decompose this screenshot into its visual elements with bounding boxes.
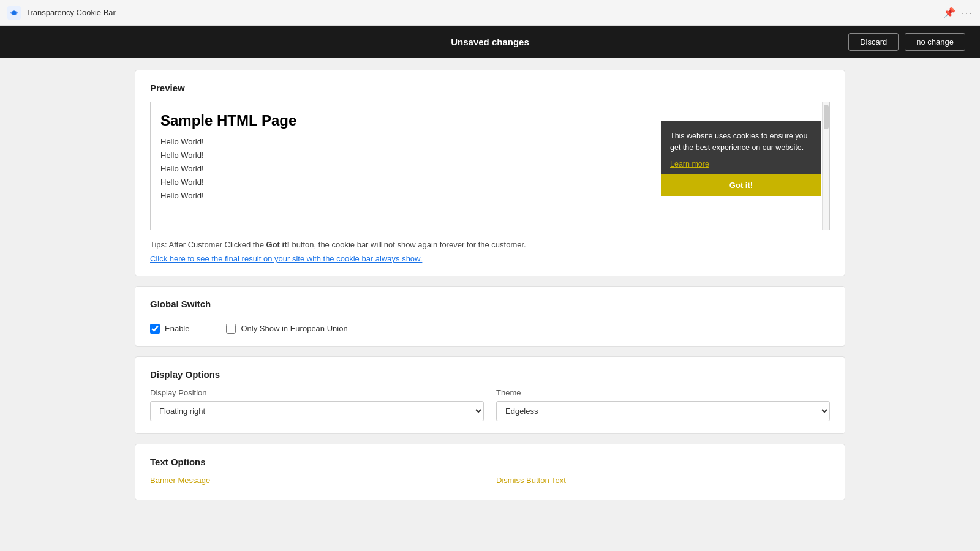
nochange-button[interactable]: no change	[905, 33, 965, 51]
tips-bold: Got it!	[266, 240, 290, 249]
dismiss-button-label: Dismiss Button Text	[496, 476, 830, 485]
got-it-button[interactable]: Got it!	[662, 174, 821, 196]
unsaved-bar: Unsaved changes Discard no change	[0, 26, 980, 58]
enable-checkbox-row: Enable	[150, 324, 189, 334]
position-select[interactable]: Floating right Floating left Top bar Bot…	[150, 401, 484, 421]
tips-link[interactable]: Click here to see the final result on yo…	[150, 254, 830, 263]
more-icon[interactable]: ···	[962, 8, 973, 18]
cookie-banner-text: This website uses cookies to ensure you …	[670, 130, 812, 154]
svg-point-1	[12, 10, 17, 15]
position-col: Display Position Floating right Floating…	[150, 388, 484, 421]
banner-message-col: Banner Message	[150, 476, 484, 487]
main-content: Preview Sample HTML Page Hello World! He…	[0, 58, 980, 522]
eu-checkbox[interactable]	[226, 324, 236, 334]
cookie-banner: This website uses cookies to ensure you …	[662, 121, 821, 196]
text-options-card: Text Options Banner Message Dismiss Butt…	[135, 444, 845, 500]
learn-more-link[interactable]: Learn more	[670, 160, 709, 168]
tips-after: button, the cookie bar will not show aga…	[290, 240, 526, 249]
pin-icon[interactable]: 📌	[943, 7, 956, 18]
eu-checkbox-row: Only Show in European Union	[226, 324, 347, 334]
position-label: Display Position	[150, 388, 484, 397]
display-options-card: Display Options Display Position Floatin…	[135, 356, 845, 434]
title-bar-right: 📌 ···	[943, 7, 973, 18]
theme-label: Theme	[496, 388, 830, 397]
enable-label: Enable	[165, 324, 189, 333]
global-switch-card: Global Switch Enable Only Show in Europe…	[135, 286, 845, 347]
preview-inner: Sample HTML Page Hello World! Hello Worl…	[151, 102, 829, 230]
cookie-banner-body: This website uses cookies to ensure you …	[662, 121, 821, 174]
unsaved-title: Unsaved changes	[451, 37, 529, 47]
enable-checkbox[interactable]	[150, 324, 160, 334]
text-options-title: Text Options	[150, 457, 830, 467]
preview-card: Preview Sample HTML Page Hello World! He…	[135, 70, 845, 276]
theme-select[interactable]: Edgeless Classic Modern	[496, 401, 830, 421]
global-switch-row: Enable Only Show in European Union	[150, 318, 830, 334]
tips-before: Tips: After Customer Clicked the	[150, 240, 266, 249]
app-icon	[7, 6, 21, 20]
dismiss-button-col: Dismiss Button Text	[496, 476, 830, 487]
preview-title: Preview	[150, 83, 830, 93]
eu-label: Only Show in European Union	[241, 324, 347, 333]
preview-frame: Sample HTML Page Hello World! Hello Worl…	[150, 102, 830, 230]
theme-col: Theme Edgeless Classic Modern	[496, 388, 830, 421]
title-bar-left: Transparency Cookie Bar	[7, 6, 116, 20]
unsaved-bar-actions: Discard no change	[848, 33, 965, 51]
scrollbar-thumb	[824, 105, 829, 129]
banner-message-label: Banner Message	[150, 476, 484, 485]
tips-text: Tips: After Customer Clicked the Got it!…	[150, 239, 830, 252]
display-options-row: Display Position Floating right Floating…	[150, 388, 830, 421]
display-options-title: Display Options	[150, 369, 830, 380]
global-switch-title: Global Switch	[150, 299, 830, 309]
preview-scrollbar	[822, 102, 829, 230]
text-options-row: Banner Message Dismiss Button Text	[150, 476, 830, 487]
discard-button[interactable]: Discard	[848, 33, 899, 51]
title-bar: Transparency Cookie Bar 📌 ···	[0, 0, 980, 26]
app-title: Transparency Cookie Bar	[26, 8, 116, 17]
